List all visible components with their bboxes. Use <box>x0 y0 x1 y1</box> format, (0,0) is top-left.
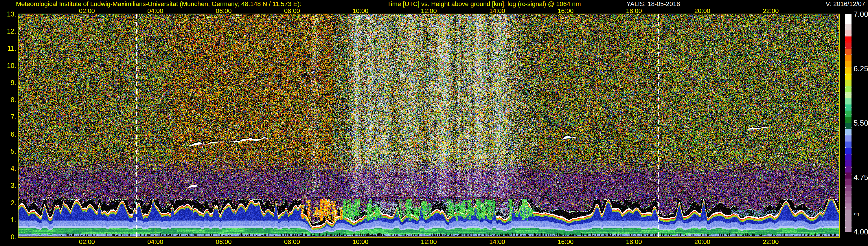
x-tick-label: 16:00 <box>558 238 574 246</box>
colorbar-block <box>845 73 851 80</box>
colorbar-block <box>845 191 851 197</box>
colorbar-block <box>845 173 851 179</box>
colorbar-block <box>845 98 851 104</box>
colorbar-tick-label: 7.00 <box>854 10 868 19</box>
plot-title: Time [UTC] vs. Height above ground [km]:… <box>387 0 581 8</box>
colorbar-eq-label: eq <box>854 211 859 216</box>
institute-title: Meteorological Institute of Ludwig-Maxim… <box>16 0 301 8</box>
colorbar-block <box>845 129 851 135</box>
y-tick-label: 13. <box>1 10 16 18</box>
colorbar-block <box>845 92 851 98</box>
y-tick-label: 5. <box>1 147 16 155</box>
x-tick-label: 06:00 <box>216 238 231 246</box>
colorbar-block <box>845 61 851 67</box>
colorbar-block <box>845 160 851 166</box>
colorbar-block <box>845 148 851 154</box>
colorbar-tick-label: 4.00 <box>854 227 868 237</box>
x-tick-label: 14:00 <box>489 238 505 246</box>
colorbar <box>845 14 851 232</box>
colorbar-block <box>845 30 851 36</box>
colorbar-block <box>845 104 851 111</box>
lidar-heatmap-canvas <box>19 14 839 237</box>
colorbar-tick-label: 5.50 <box>854 119 868 128</box>
colorbar-block <box>845 14 851 24</box>
colorbar-block <box>845 117 851 123</box>
x-tick-label: 04:00 <box>147 238 163 246</box>
version-label: V: 2016/12/07 <box>826 0 865 8</box>
lidar-quicklook-screen: Meteorological Institute of Ludwig-Maxim… <box>0 0 868 246</box>
colorbar-block <box>845 154 851 160</box>
y-tick-label: 9. <box>1 79 16 87</box>
colorbar-block <box>845 111 851 117</box>
instrument-date-label: YALIS: 18-05-2018 <box>626 0 680 8</box>
y-tick-label: 8. <box>1 96 16 104</box>
colorbar-block <box>845 55 851 61</box>
x-tick-label: 10:00 <box>352 238 368 246</box>
y-tick-label: 1. <box>1 216 16 224</box>
y-tick-label: 12. <box>1 28 16 35</box>
colorbar-block <box>845 80 851 86</box>
colorbar-block <box>845 24 851 30</box>
y-tick-label: 4. <box>1 165 16 173</box>
colorbar-block <box>845 179 851 185</box>
y-tick-label: 6. <box>1 130 16 138</box>
x-tick-label: 18:00 <box>626 238 642 246</box>
x-tick-label: 02:00 <box>79 238 95 246</box>
y-tick-label: 0. <box>1 233 16 241</box>
plot-frame <box>18 13 840 238</box>
x-tick-label: 12:00 <box>421 238 437 246</box>
y-tick-label: 3. <box>1 182 16 190</box>
colorbar-block <box>845 142 851 148</box>
y-tick-label: 7. <box>1 113 16 121</box>
colorbar-block <box>845 67 851 73</box>
colorbar-block <box>845 210 851 232</box>
colorbar-tick-label: 6.25 <box>854 64 868 73</box>
y-tick-label: 2. <box>1 199 16 207</box>
colorbar-block <box>845 166 851 172</box>
colorbar-block <box>845 36 851 42</box>
colorbar-block <box>845 204 851 210</box>
x-tick-label: 20:00 <box>694 238 710 246</box>
colorbar-block <box>845 197 851 203</box>
colorbar-tick-label: 4.75 <box>854 173 868 182</box>
y-tick-label: 11. <box>1 44 16 52</box>
colorbar-block <box>845 185 851 191</box>
x-tick-label: 22:00 <box>763 238 779 246</box>
colorbar-block <box>845 123 851 129</box>
colorbar-block <box>845 42 851 49</box>
y-tick-label: 10. <box>1 62 16 69</box>
colorbar-block <box>845 49 851 55</box>
colorbar-block <box>845 135 851 142</box>
colorbar-block <box>845 86 851 92</box>
x-tick-label: 08:00 <box>284 238 300 246</box>
